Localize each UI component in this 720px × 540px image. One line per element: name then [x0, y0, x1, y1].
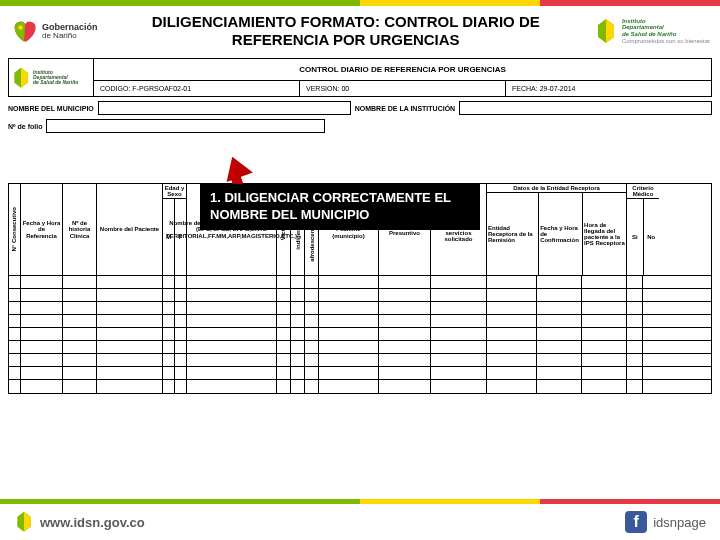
- table-cell[interactable]: [305, 315, 319, 327]
- table-cell[interactable]: [175, 328, 187, 340]
- table-cell[interactable]: [187, 328, 277, 340]
- table-cell[interactable]: [582, 289, 627, 301]
- table-cell[interactable]: [582, 328, 627, 340]
- table-cell[interactable]: [643, 341, 659, 353]
- table-cell[interactable]: [21, 276, 63, 288]
- table-cell[interactable]: [97, 341, 163, 353]
- table-cell[interactable]: [379, 367, 431, 379]
- table-cell[interactable]: [97, 380, 163, 393]
- table-cell[interactable]: [97, 302, 163, 314]
- table-cell[interactable]: [582, 354, 627, 366]
- table-cell[interactable]: [21, 315, 63, 327]
- table-cell[interactable]: [9, 367, 21, 379]
- table-cell[interactable]: [627, 315, 643, 327]
- table-cell[interactable]: [63, 380, 97, 393]
- table-cell[interactable]: [627, 380, 643, 393]
- table-cell[interactable]: [97, 315, 163, 327]
- table-cell[interactable]: [277, 328, 291, 340]
- table-cell[interactable]: [305, 276, 319, 288]
- table-cell[interactable]: [319, 367, 379, 379]
- table-cell[interactable]: [379, 341, 431, 353]
- table-cell[interactable]: [21, 302, 63, 314]
- table-cell[interactable]: [319, 289, 379, 301]
- table-cell[interactable]: [582, 315, 627, 327]
- table-cell[interactable]: [537, 367, 582, 379]
- table-cell[interactable]: [431, 380, 487, 393]
- table-cell[interactable]: [627, 276, 643, 288]
- table-cell[interactable]: [291, 354, 305, 366]
- table-cell[interactable]: [9, 289, 21, 301]
- table-cell[interactable]: [431, 354, 487, 366]
- table-cell[interactable]: [627, 328, 643, 340]
- table-cell[interactable]: [187, 315, 277, 327]
- table-cell[interactable]: [627, 289, 643, 301]
- table-cell[interactable]: [187, 302, 277, 314]
- table-cell[interactable]: [21, 289, 63, 301]
- table-cell[interactable]: [291, 380, 305, 393]
- table-cell[interactable]: [63, 367, 97, 379]
- table-cell[interactable]: [582, 302, 627, 314]
- table-cell[interactable]: [63, 328, 97, 340]
- table-cell[interactable]: [305, 354, 319, 366]
- table-cell[interactable]: [9, 328, 21, 340]
- table-cell[interactable]: [175, 315, 187, 327]
- table-cell[interactable]: [291, 315, 305, 327]
- table-cell[interactable]: [643, 289, 659, 301]
- table-cell[interactable]: [431, 367, 487, 379]
- table-cell[interactable]: [627, 354, 643, 366]
- table-cell[interactable]: [187, 380, 277, 393]
- table-cell[interactable]: [537, 354, 582, 366]
- table-cell[interactable]: [277, 354, 291, 366]
- table-cell[interactable]: [277, 276, 291, 288]
- table-cell[interactable]: [379, 276, 431, 288]
- table-cell[interactable]: [277, 341, 291, 353]
- table-cell[interactable]: [9, 302, 21, 314]
- table-cell[interactable]: [487, 276, 537, 288]
- table-cell[interactable]: [431, 315, 487, 327]
- table-cell[interactable]: [97, 276, 163, 288]
- table-cell[interactable]: [163, 367, 175, 379]
- table-cell[interactable]: [305, 302, 319, 314]
- table-cell[interactable]: [643, 315, 659, 327]
- table-cell[interactable]: [431, 328, 487, 340]
- table-cell[interactable]: [305, 289, 319, 301]
- table-cell[interactable]: [187, 341, 277, 353]
- table-cell[interactable]: [277, 315, 291, 327]
- table-cell[interactable]: [21, 328, 63, 340]
- table-cell[interactable]: [319, 315, 379, 327]
- table-cell[interactable]: [291, 289, 305, 301]
- table-cell[interactable]: [163, 302, 175, 314]
- table-cell[interactable]: [187, 354, 277, 366]
- table-cell[interactable]: [9, 354, 21, 366]
- table-cell[interactable]: [643, 380, 659, 393]
- table-cell[interactable]: [582, 367, 627, 379]
- table-cell[interactable]: [305, 380, 319, 393]
- table-cell[interactable]: [537, 302, 582, 314]
- table-cell[interactable]: [487, 315, 537, 327]
- table-cell[interactable]: [487, 380, 537, 393]
- table-cell[interactable]: [63, 276, 97, 288]
- table-cell[interactable]: [163, 328, 175, 340]
- table-cell[interactable]: [379, 315, 431, 327]
- table-cell[interactable]: [305, 328, 319, 340]
- table-cell[interactable]: [187, 276, 277, 288]
- table-cell[interactable]: [21, 354, 63, 366]
- table-cell[interactable]: [379, 289, 431, 301]
- table-cell[interactable]: [291, 302, 305, 314]
- table-cell[interactable]: [643, 276, 659, 288]
- table-cell[interactable]: [9, 276, 21, 288]
- table-cell[interactable]: [643, 302, 659, 314]
- table-cell[interactable]: [63, 289, 97, 301]
- table-cell[interactable]: [431, 289, 487, 301]
- table-cell[interactable]: [537, 328, 582, 340]
- table-cell[interactable]: [163, 354, 175, 366]
- table-cell[interactable]: [97, 289, 163, 301]
- table-cell[interactable]: [277, 367, 291, 379]
- table-cell[interactable]: [9, 341, 21, 353]
- table-cell[interactable]: [431, 302, 487, 314]
- table-cell[interactable]: [291, 276, 305, 288]
- table-cell[interactable]: [63, 354, 97, 366]
- table-cell[interactable]: [487, 367, 537, 379]
- table-cell[interactable]: [487, 341, 537, 353]
- table-cell[interactable]: [487, 302, 537, 314]
